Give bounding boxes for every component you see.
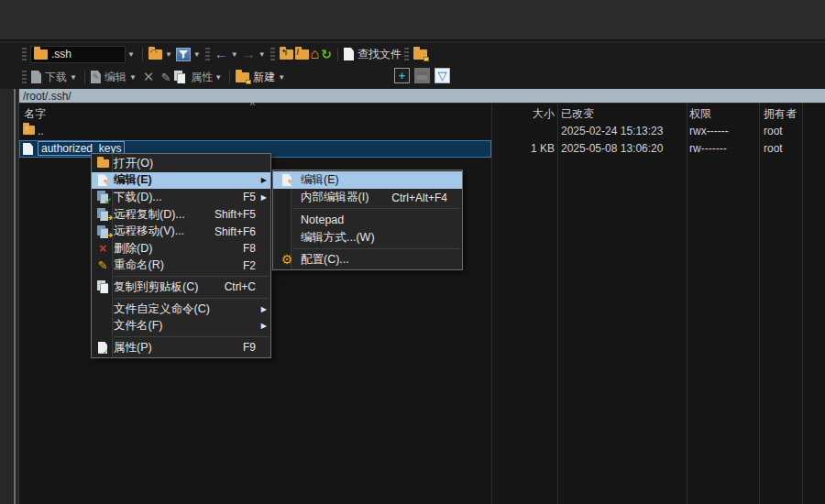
back-button[interactable]: ← xyxy=(214,48,229,60)
new-button[interactable]: 新建 xyxy=(235,70,276,85)
back-dropdown-icon[interactable]: ▼ xyxy=(231,50,238,59)
root-folder-icon: / xyxy=(295,49,309,60)
panel-layout-button[interactable] xyxy=(414,68,430,83)
table-row-parent[interactable]: ↑ .. 2025-02-24 15:13:23 rwx------ root xyxy=(19,123,825,140)
filter-icon xyxy=(176,48,191,61)
submenu-item-edit[interactable]: ✎ 编辑(E) xyxy=(273,171,462,189)
toolbar-grip[interactable] xyxy=(22,71,27,83)
file-changed: 2025-02-24 15:13:23 xyxy=(561,125,663,137)
find-files-button[interactable]: 查找文件 xyxy=(343,47,402,62)
properties-label[interactable]: 属性 xyxy=(191,70,213,85)
home-icon: ⌂ xyxy=(311,48,320,60)
desktop-top-area xyxy=(0,0,825,41)
edit-pencil-icon: ✎ xyxy=(273,174,301,186)
gear-icon: ⚙ xyxy=(273,252,301,267)
file-rights: rwx------ xyxy=(689,125,729,137)
find-files-label: 查找文件 xyxy=(358,47,402,62)
toolbar-grip[interactable] xyxy=(404,48,409,60)
menu-item-copy-to-clipboard[interactable]: 复制到剪贴板(C) Ctrl+C xyxy=(92,279,270,296)
submenu-item-configure[interactable]: ⚙ 配置(C)... xyxy=(273,251,462,268)
submenu-item-notepad[interactable]: Notepad xyxy=(273,211,462,228)
open-folder-icon xyxy=(92,159,114,168)
edit-submenu: ✎ 编辑(E) 内部编辑器(I) Ctrl+Alt+F4 Notepad 编辑方… xyxy=(272,170,463,270)
remote-move-icon: ➔ xyxy=(92,225,114,238)
panel-splitter[interactable] xyxy=(14,89,16,504)
open-directory-dropdown-icon[interactable]: ▼ xyxy=(165,50,172,59)
session-toolbar: .ssh ▼ ◠ ▼ ▼ ← ▼ → ▼ ↰ / ⌂ ↻ 查找文件 xyxy=(0,43,825,65)
column-header-owner[interactable]: 拥有者 xyxy=(764,106,797,122)
location-combo-value: .ssh xyxy=(51,48,72,60)
rename-pencil-icon: ✎ xyxy=(92,258,114,272)
menu-item-properties[interactable]: ✓ 属性(P) F9 xyxy=(92,339,270,356)
address-bar[interactable]: /root/.ssh/ xyxy=(19,89,825,103)
location-combo[interactable]: .ssh xyxy=(30,46,126,63)
folder-icon xyxy=(34,49,48,60)
refresh-button[interactable]: ↻ xyxy=(320,48,333,60)
duplicate-button[interactable] xyxy=(173,71,187,83)
panel-toggle-buttons: + ▽ xyxy=(394,68,450,83)
menu-item-edit[interactable]: ✎ 编辑(E) xyxy=(92,172,270,190)
properties-dropdown-icon[interactable]: ▼ xyxy=(214,73,222,82)
column-divider[interactable] xyxy=(802,104,803,504)
menu-item-open[interactable]: 打开(O) xyxy=(92,155,270,172)
root-directory-button[interactable]: / xyxy=(294,49,310,60)
column-header-rights[interactable]: 权限 xyxy=(689,106,711,122)
column-header-changed[interactable]: 已改变 xyxy=(561,106,594,122)
download-button[interactable]: ↓ 下载 xyxy=(30,70,68,85)
directory-shortcut-button[interactable] xyxy=(412,49,428,60)
sort-asc-icon: ^ xyxy=(250,101,255,111)
back-arrow-icon: ← xyxy=(214,48,228,60)
edit-icon: ✎ xyxy=(91,71,101,83)
filter-toggle-button[interactable]: ▽ xyxy=(434,68,450,83)
file-changed: 2025-05-08 13:06:20 xyxy=(561,142,663,155)
file-size: 1 KB xyxy=(477,142,555,155)
forward-button[interactable]: → xyxy=(241,48,257,60)
menu-item-custom-commands[interactable]: 文件自定义命令(C) xyxy=(92,301,270,318)
column-header-size[interactable]: 大小 xyxy=(477,106,555,122)
parent-folder-icon: ↰ xyxy=(280,49,293,60)
find-file-icon xyxy=(344,48,354,60)
edit-button[interactable]: ✎ 编辑 xyxy=(90,70,127,85)
edit-label: 编辑 xyxy=(104,70,126,85)
menu-item-remote-move[interactable]: ➔ 远程移动(V)... Shift+F6 xyxy=(92,223,270,240)
delete-button[interactable]: ✕ xyxy=(143,71,155,83)
home-directory-button[interactable]: ⌂ xyxy=(310,48,321,60)
forward-dropdown-icon[interactable]: ▼ xyxy=(258,50,266,59)
download-dropdown-icon[interactable]: ▼ xyxy=(70,73,77,82)
toolbar-area: .ssh ▼ ◠ ▼ ▼ ← ▼ → ▼ ↰ / ⌂ ↻ 查找文件 xyxy=(0,43,825,89)
column-header-name[interactable]: 名字 xyxy=(24,106,46,122)
parent-directory-button[interactable]: ↰ xyxy=(279,49,294,60)
context-menu: 打开(O) ✎ 编辑(E) ↙ 下载(D)... F5 ➔ 远程复制(D)...… xyxy=(91,153,271,358)
menu-item-delete[interactable]: × 删除(D) F8 xyxy=(92,240,270,257)
file-rights: rw------- xyxy=(689,142,727,155)
rename-button[interactable]: ✎ xyxy=(160,71,170,84)
menu-item-file-names[interactable]: 文件名(F) xyxy=(92,317,270,334)
menu-item-remote-copy[interactable]: ➔ 远程复制(D)... Shift+F5 xyxy=(92,206,270,224)
new-label: 新建 xyxy=(253,70,275,85)
column-divider[interactable] xyxy=(491,104,492,504)
file-owner: root xyxy=(764,125,783,137)
toolbar-grip[interactable] xyxy=(22,48,27,60)
column-divider[interactable] xyxy=(759,104,760,504)
edit-pencil-icon: ✎ xyxy=(92,174,114,186)
filter-dropdown-icon[interactable]: ▼ xyxy=(193,50,201,59)
toolbar-grip[interactable] xyxy=(270,48,275,60)
filter-button[interactable] xyxy=(175,48,192,61)
toolbar-grip[interactable] xyxy=(205,48,210,60)
parent-folder-icon: ↑ xyxy=(23,126,35,135)
menu-item-rename[interactable]: ✎ 重命名(R) F2 xyxy=(92,257,270,275)
submenu-item-edit-with[interactable]: 编辑方式...(W) xyxy=(273,229,462,247)
properties-icon: ✓ xyxy=(92,342,114,354)
open-folder-icon: ◠ xyxy=(148,49,162,60)
column-divider[interactable] xyxy=(687,104,688,504)
forward-arrow-icon: → xyxy=(242,48,256,60)
add-button[interactable]: + xyxy=(394,68,410,83)
menu-item-download[interactable]: ↙ 下载(D)... F5 xyxy=(92,189,270,206)
submenu-item-internal-editor[interactable]: 内部编辑器(I) Ctrl+Alt+F4 xyxy=(273,189,462,206)
column-divider[interactable] xyxy=(557,104,558,504)
new-dropdown-icon[interactable]: ▼ xyxy=(278,73,285,82)
open-directory-button[interactable]: ◠ xyxy=(148,49,163,60)
location-dropdown-icon[interactable]: ▼ xyxy=(127,50,135,59)
edit-dropdown-icon[interactable]: ▼ xyxy=(129,73,137,82)
download-icon: ↙ xyxy=(92,191,114,203)
